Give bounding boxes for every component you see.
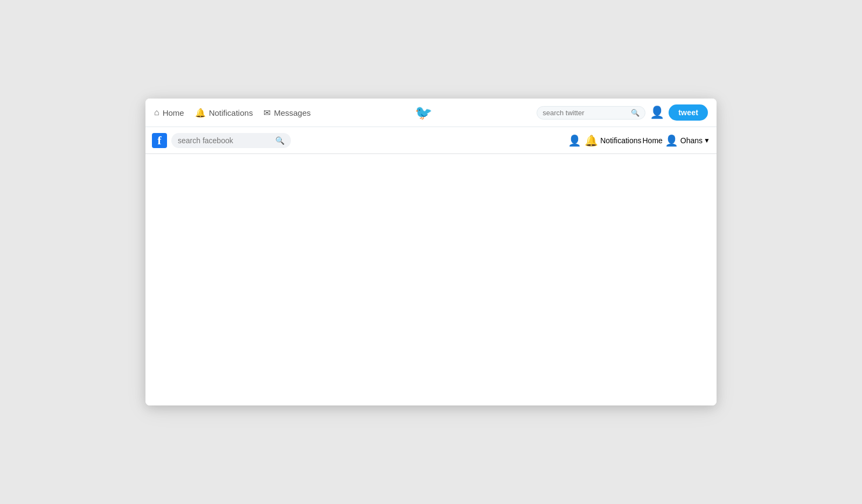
twitter-bird-icon: 🐦: [415, 104, 432, 121]
facebook-logo-letter: f: [157, 134, 161, 148]
twitter-search-input[interactable]: [543, 109, 629, 117]
twitter-nav-right: 🔍 👤 tweet: [537, 104, 708, 121]
fb-dropdown-icon[interactable]: ▼: [704, 137, 710, 144]
bell-icon: 🔔: [195, 108, 206, 118]
facebook-search-icon[interactable]: 🔍: [275, 136, 284, 145]
fb-home-label: Home: [643, 136, 663, 145]
twitter-search-box: 🔍: [537, 106, 645, 120]
twitter-messages-link[interactable]: ✉ Messages: [263, 108, 310, 118]
twitter-navbar: ⌂ Home 🔔 Notifications ✉ Messages 🐦 🔍 👤 …: [145, 99, 717, 127]
twitter-home-label: Home: [163, 108, 184, 117]
facebook-search-input[interactable]: [178, 136, 272, 145]
twitter-notifications-label: Notifications: [209, 108, 253, 117]
facebook-search-box: 🔍: [171, 133, 291, 148]
twitter-search-icon: 🔍: [631, 109, 639, 117]
main-content: [145, 154, 717, 405]
twitter-home-link[interactable]: ⌂ Home: [154, 108, 184, 117]
twitter-logo-center: 🐦: [311, 104, 537, 121]
fb-profile-icon[interactable]: 👤: [567, 133, 582, 148]
facebook-nav-right: 👤 🔔 Notifications Home 👤 Ohans ▼: [567, 133, 710, 148]
browser-window: ⌂ Home 🔔 Notifications ✉ Messages 🐦 🔍 👤 …: [145, 99, 717, 405]
fb-user-icon[interactable]: 👤: [664, 133, 679, 148]
twitter-notifications-link[interactable]: 🔔 Notifications: [195, 108, 253, 118]
tweet-button[interactable]: tweet: [669, 104, 708, 121]
home-icon: ⌂: [154, 108, 159, 117]
twitter-profile-icon[interactable]: 👤: [650, 106, 664, 120]
fb-bell-icon[interactable]: 🔔: [583, 133, 599, 148]
facebook-navbar: f 🔍 👤 🔔 Notifications Home 👤 Ohans ▼: [145, 127, 717, 154]
fb-notifications-label: Notifications: [600, 136, 641, 145]
facebook-logo: f: [152, 133, 167, 148]
twitter-messages-label: Messages: [274, 108, 310, 117]
fb-user-name[interactable]: Ohans: [680, 136, 703, 145]
twitter-nav-left: ⌂ Home 🔔 Notifications ✉ Messages: [154, 108, 311, 118]
mail-icon: ✉: [263, 108, 270, 118]
